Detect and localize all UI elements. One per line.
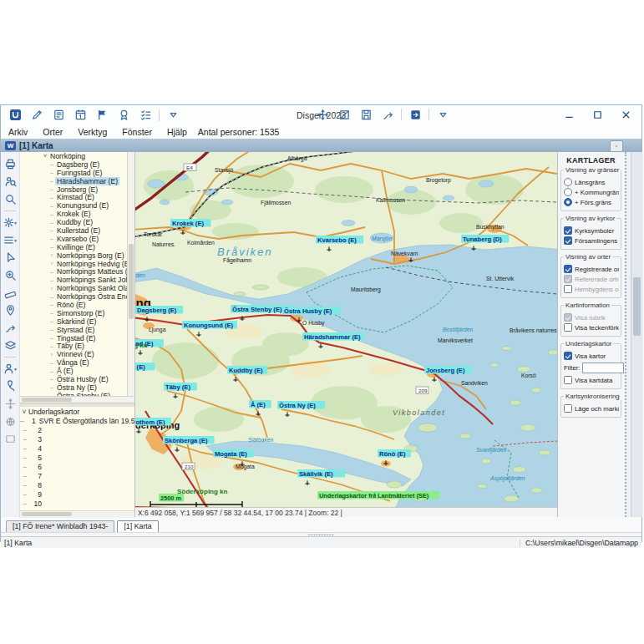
tree-item[interactable]: –Vånga (E) <box>20 358 134 367</box>
export-icon[interactable] <box>404 106 426 123</box>
underlay-item[interactable]: –9 <box>20 489 134 499</box>
menu-arkiv[interactable]: Arkiv <box>1 127 35 137</box>
select-rect-icon[interactable] <box>1 430 19 448</box>
report-icon[interactable] <box>48 107 69 124</box>
settings-icon[interactable]: ▼ <box>1 214 19 231</box>
pen-icon[interactable] <box>26 107 48 124</box>
checkbox-församlingens-namn[interactable]: Församlingens namn <box>564 236 619 245</box>
tree-item[interactable]: –Furingstad (E) <box>20 169 134 177</box>
minimize-button[interactable] <box>555 105 583 124</box>
radio--förs-gräns[interactable]: + Förs.gräns <box>564 198 619 206</box>
underlay-hscrollbar[interactable] <box>20 510 134 518</box>
tree-item[interactable]: –Tingstad (E) <box>20 334 134 342</box>
underlay-item[interactable]: –3 <box>20 434 134 444</box>
fit-map-icon[interactable] <box>333 106 355 123</box>
tree-item[interactable]: ›Vrinnevi (E) <box>20 350 134 358</box>
underlay-item[interactable]: –8 <box>20 480 134 489</box>
tree-item[interactable]: –Norrköpings Sankt Johan <box>20 276 134 284</box>
underlay-root[interactable]: ˅Underlagskartor <box>20 407 134 416</box>
layers-icon[interactable] <box>1 337 19 354</box>
tree-item[interactable]: –Rönö (E) <box>20 301 134 309</box>
menu-verktyg[interactable]: Verktyg <box>70 127 114 137</box>
tree-item[interactable]: –Kuddby (E) <box>20 218 134 226</box>
checkbox-registrerade-orter[interactable]: Registrerade orter <box>564 265 619 273</box>
pin-route-icon[interactable] <box>1 378 19 395</box>
tree-item[interactable]: –Norrköpings Östra Eneby <box>20 292 134 301</box>
pan-icon[interactable] <box>312 106 333 123</box>
tree-item[interactable]: –Kullerstad (E) <box>20 226 134 235</box>
checkbox-läge-och-markör[interactable]: Läge och markör <box>564 404 619 413</box>
underlay-item[interactable]: –1SVR E Östergötlands län 19.5 ( <box>20 416 134 425</box>
tree-item[interactable]: ›Norrköpings Hedvig (E) <box>20 260 134 268</box>
tree-item[interactable]: –Jonsberg (E) <box>20 185 134 194</box>
tree-item[interactable]: –Norrköpings Matteus (E) <box>20 267 134 276</box>
person-search-icon[interactable] <box>1 173 19 190</box>
tree-item[interactable]: –Östra Ny (E) <box>20 383 134 392</box>
radio--kommungräns[interactable]: + Kommungräns <box>564 188 619 196</box>
radio-länsgräns[interactable]: Länsgräns <box>564 178 619 186</box>
close-button[interactable] <box>611 105 640 124</box>
tree-item[interactable]: ›Norrköpings Sankt Olai ( <box>20 284 134 292</box>
place-pin-icon[interactable] <box>1 302 19 319</box>
tab-karta[interactable]: [1] Karta <box>117 520 158 532</box>
menu-fönster[interactable]: Fönster <box>114 127 160 137</box>
list-settings-icon[interactable]: ▼ <box>1 231 19 249</box>
tree-item[interactable]: –Kimstad (E) <box>20 193 134 201</box>
checkbox-visa-teckenförklaringar[interactable]: Visa teckenförklaringar <box>564 323 619 332</box>
save-home-icon[interactable] <box>355 106 377 123</box>
globe-pin-icon[interactable] <box>1 413 19 430</box>
calendar-icon[interactable] <box>69 107 91 124</box>
tree-item[interactable]: –Simonstorp (E) <box>20 309 134 317</box>
tree-item[interactable]: –Dagsberg (E) <box>20 160 134 169</box>
tree-item[interactable]: –Östra Husby (E) <box>20 375 134 383</box>
tree-item[interactable]: ›Norrköpings Borg (E) <box>20 251 134 260</box>
pan-map-icon[interactable] <box>1 395 19 413</box>
maximize-button[interactable] <box>583 105 611 124</box>
search-icon[interactable] <box>1 190 19 208</box>
route-icon[interactable] <box>377 106 398 123</box>
tree-item[interactable]: –Krokek (E) <box>20 210 134 218</box>
print-icon[interactable] <box>1 155 19 173</box>
checkbox-visa-kartdata[interactable]: Visa kartdata <box>564 376 619 384</box>
tree-item[interactable]: –Konungsund (E) <box>20 201 134 210</box>
checkbox-kyrksymboler[interactable]: Kyrksymboler <box>564 226 619 235</box>
tree-item[interactable]: –Styrstad (E) <box>20 326 134 334</box>
underlay-item[interactable]: –4 <box>20 444 134 453</box>
disgen-logo[interactable] <box>4 107 26 124</box>
flag-icon[interactable] <box>91 107 113 124</box>
menu-orter[interactable]: Orter <box>35 127 70 137</box>
parish-label: Å (E) <box>251 401 266 408</box>
underlay-item[interactable]: –6 <box>20 462 134 471</box>
checkbox-visa-kartor[interactable]: Visa kartor <box>564 352 619 360</box>
tree-item[interactable]: –Häradshammar (E) <box>20 177 134 185</box>
mdi-titlebar[interactable]: W [1] Karta ▫ <box>1 139 641 152</box>
parish-label: Kuddby (E) <box>229 367 263 374</box>
chevron-down-icon[interactable] <box>162 107 184 124</box>
underlay-item[interactable]: –10 <box>20 499 134 508</box>
filter-input[interactable] <box>582 363 624 373</box>
tree-root[interactable]: ˅Norrköping <box>20 152 134 160</box>
zoom-in-icon[interactable] <box>1 266 19 284</box>
ruler-icon[interactable] <box>1 284 19 302</box>
route-icon[interactable] <box>1 319 19 337</box>
underlay-item[interactable]: –5 <box>20 453 134 462</box>
pointer-icon[interactable] <box>1 249 19 266</box>
map-canvas[interactable]: AlbärgaStavsjöFjällmossenKallmossenBroge… <box>135 152 557 507</box>
tree-item[interactable]: –Å (E) <box>20 367 134 375</box>
person-icon[interactable]: ▼ <box>1 360 19 378</box>
seal-icon[interactable] <box>113 107 134 124</box>
menu-hjälp[interactable]: Hjälp <box>160 127 195 137</box>
tree-vscrollbar[interactable] <box>127 152 134 396</box>
tree-item[interactable]: –Täby (E) <box>20 342 134 350</box>
tab-family[interactable]: [1] FÖ Irene* Winbladh 1943- <box>6 520 114 532</box>
chevron-down-icon[interactable] <box>432 106 454 123</box>
panel-splitter-vertical[interactable] <box>625 152 631 517</box>
tree-item[interactable]: –Kvillinge (E) <box>20 243 134 251</box>
checklist-icon[interactable] <box>134 107 156 124</box>
tree-item[interactable]: –Kvarsebo (E) <box>20 235 134 243</box>
underlay-item[interactable]: –7 <box>20 471 134 480</box>
underlay-item[interactable]: –2 <box>20 425 134 434</box>
mdi-dock-button[interactable]: ▫ <box>610 140 623 152</box>
tree-item[interactable]: –Skärkind (E) <box>20 317 134 326</box>
map-vscrollbar[interactable] <box>631 152 642 517</box>
